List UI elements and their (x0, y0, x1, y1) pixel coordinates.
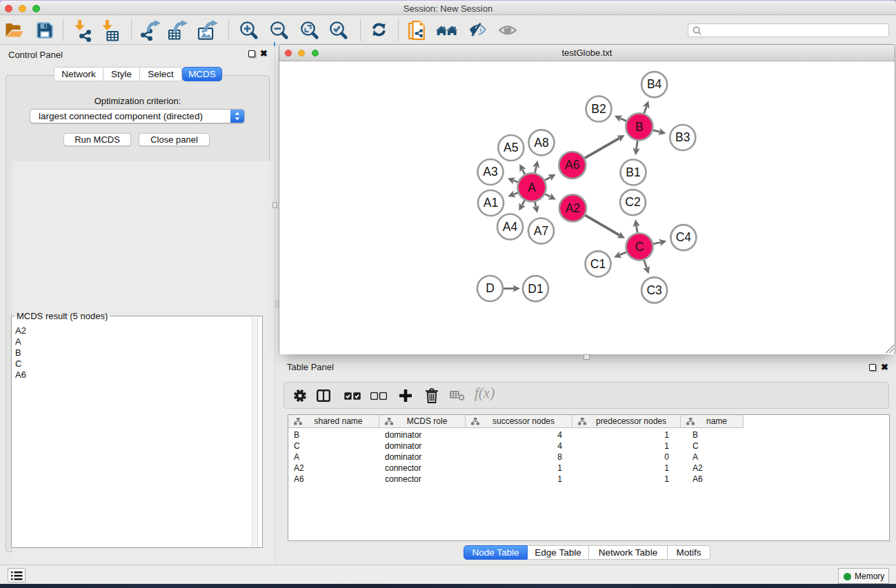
svg-text:A4: A4 (503, 220, 518, 234)
svg-text:B: B (635, 120, 644, 134)
svg-text:A5: A5 (504, 141, 518, 154)
svg-text:B4: B4 (647, 77, 662, 91)
svg-text:C3: C3 (646, 283, 661, 297)
svg-text:A7: A7 (534, 224, 548, 238)
svg-text:A3: A3 (483, 165, 497, 179)
svg-text:A: A (528, 181, 536, 194)
svg-text:C2: C2 (625, 195, 640, 209)
svg-text:A6: A6 (565, 158, 579, 172)
svg-text:A2: A2 (566, 201, 580, 215)
svg-text:C: C (635, 240, 644, 254)
svg-text:C4: C4 (676, 230, 692, 244)
svg-text:B3: B3 (675, 130, 690, 144)
svg-text:B1: B1 (626, 165, 640, 179)
svg-text:D1: D1 (528, 282, 543, 296)
svg-text:B2: B2 (591, 102, 606, 116)
svg-text:D: D (486, 281, 495, 295)
svg-text:A1: A1 (484, 196, 498, 210)
svg-text:C1: C1 (590, 257, 606, 271)
svg-text:A8: A8 (534, 136, 548, 150)
